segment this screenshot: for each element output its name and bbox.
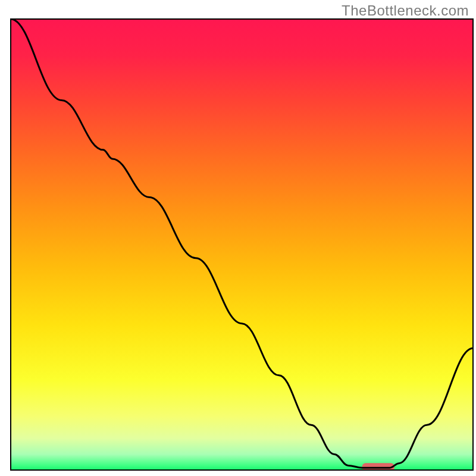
bottleneck-plot xyxy=(0,0,476,476)
chart-canvas: TheBottleneck.com xyxy=(0,0,476,476)
gradient-background xyxy=(11,19,473,470)
